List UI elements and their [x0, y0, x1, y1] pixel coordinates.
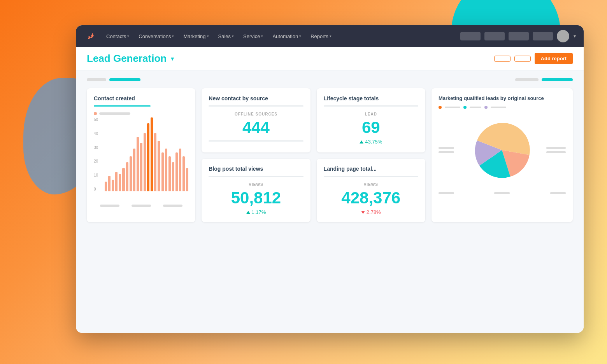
pie-dot-1: [439, 106, 442, 109]
chart-bar-9: [137, 137, 139, 191]
lifecycle-title: Lifecycle stage totals: [324, 95, 418, 102]
nav-pill-4[interactable]: [533, 32, 553, 40]
chart-bar-11: [144, 133, 146, 191]
pie-legend-item-1: [439, 147, 454, 149]
pie-dot-2: [463, 106, 467, 109]
chart-bar-16: [161, 152, 164, 191]
contact-created-card: Contact created 50 40 30 20 10 0: [87, 88, 195, 222]
chart-bar-4: [119, 174, 121, 191]
mql-card: Marketing qualified leads by original so…: [432, 88, 573, 222]
pie-bottom-labels: [439, 192, 566, 194]
hubspot-logo[interactable]: [84, 29, 98, 43]
add-report-button[interactable]: Add report: [535, 53, 573, 64]
chart-legend: [94, 112, 188, 115]
landing-views-label: VIEWS: [324, 182, 418, 187]
nav-conversations[interactable]: Conversations ▾: [135, 31, 178, 42]
pie-legend-line-2: [470, 107, 481, 108]
contacts-chevron: ▾: [127, 34, 129, 38]
pie-dot-3: [484, 106, 488, 109]
dashboard-grid: Contact created 50 40 30 20 10 0: [87, 88, 573, 222]
blog-divider: [209, 176, 303, 177]
chart-x-labels: [94, 205, 188, 207]
user-avatar[interactable]: [557, 30, 569, 42]
landing-page-card: Landing page total... VIEWS 428,376 2.78…: [317, 159, 425, 222]
chart-bar-2: [112, 180, 114, 191]
reports-chevron: ▾: [330, 34, 332, 38]
filter-pill-1[interactable]: [87, 78, 106, 81]
landing-divider: [324, 176, 418, 177]
chart-bar-8: [133, 149, 135, 191]
contact-created-title: Contact created: [94, 95, 188, 102]
nav-service[interactable]: Service ▾: [239, 31, 267, 42]
header-actions: Add report: [494, 53, 573, 64]
pie-legend-dots: [439, 106, 566, 109]
filter-row: [87, 78, 573, 81]
nav-pill-3[interactable]: [509, 32, 529, 40]
landing-value: 428,376: [324, 189, 418, 207]
blog-post-card: Blog post total views VIEWS 50,812 1.17%: [202, 159, 310, 222]
nav-search-pill[interactable]: [460, 32, 481, 40]
filter-button[interactable]: [514, 56, 531, 62]
filter-pill-4[interactable]: [542, 78, 573, 81]
chart-bar-14: [154, 133, 156, 191]
mql-title: Marketing qualified leads by original so…: [439, 95, 566, 102]
pie-legend-line-3: [491, 107, 506, 108]
title-dropdown-chevron[interactable]: ▼: [170, 56, 175, 62]
filter-left: [87, 78, 140, 81]
nav-reports[interactable]: Reports ▾: [307, 31, 335, 42]
content-area: Lead Generation ▼ Add report: [76, 47, 584, 333]
blog-views-label: VIEWS: [209, 182, 303, 187]
contact-divider: [94, 105, 151, 107]
pie-legend-left: [439, 147, 454, 153]
pie-chart-svg: [471, 119, 533, 181]
y-axis-labels: 50 40 30 20 10 0: [94, 117, 103, 191]
filter-pill-active[interactable]: [109, 78, 140, 81]
lifecycle-divider: [324, 105, 418, 107]
nav-marketing[interactable]: Marketing ▾: [179, 31, 212, 42]
browser-window: Contacts ▾ Conversations ▾ Marketing ▾ S…: [76, 25, 584, 333]
dashboard-title: Lead Generation: [87, 52, 167, 65]
landing-change: 2.78%: [324, 209, 418, 215]
chart-bar-23: [186, 168, 188, 191]
filter-pill-3[interactable]: [515, 78, 539, 81]
lifecycle-change: 43.75%: [324, 139, 418, 145]
chart-bar-10: [140, 143, 142, 191]
new-contact-title: New contact by source: [209, 95, 303, 102]
chart-bar-17: [165, 149, 167, 191]
lead-label: LEAD: [324, 112, 418, 116]
pie-legend-right: [546, 147, 566, 153]
date-filter-button[interactable]: [494, 56, 511, 62]
stat-divider: [209, 140, 303, 142]
blog-change: 1.17%: [209, 209, 303, 215]
lifecycle-value: 69: [324, 119, 418, 136]
chart-bar-3: [115, 172, 118, 191]
chart-bar-0: [105, 182, 107, 191]
nav-sales[interactable]: Sales ▾: [214, 31, 238, 42]
new-contact-card: New contact by source OFFLINE SOURCES 44…: [202, 88, 310, 152]
blog-value: 50,812: [209, 189, 303, 207]
nav-pill-2[interactable]: [484, 32, 505, 40]
new-contact-value: 444: [209, 119, 303, 136]
dashboard-header: Lead Generation ▼ Add report: [76, 47, 584, 70]
blog-up-triangle: [246, 211, 250, 214]
chart-bar-13: [151, 117, 153, 191]
nav-contacts[interactable]: Contacts ▾: [102, 31, 133, 42]
pie-segment-1: [502, 123, 530, 155]
user-dropdown-arrow[interactable]: ▾: [574, 33, 576, 39]
sales-chevron: ▾: [232, 34, 234, 38]
bar-chart: 50 40 30 20 10 0: [94, 117, 188, 203]
service-chevron: ▾: [261, 34, 263, 38]
chart-bar-19: [172, 162, 174, 191]
chart-bar-12: [147, 123, 149, 191]
legend-dot: [94, 112, 97, 115]
chart-bar-5: [122, 168, 125, 191]
lifecycle-stage-card: Lifecycle stage totals LEAD 69 43.75%: [317, 88, 425, 152]
pie-legend-right-2: [546, 151, 566, 153]
chart-bar-7: [130, 156, 132, 191]
landing-down-triangle: [361, 211, 365, 214]
pie-legend-item-2: [439, 151, 454, 153]
title-row: Lead Generation ▼: [87, 52, 175, 65]
nav-automation[interactable]: Automation ▾: [268, 31, 305, 42]
chart-bar-1: [108, 176, 111, 191]
landing-page-title: Landing page total...: [324, 166, 418, 172]
